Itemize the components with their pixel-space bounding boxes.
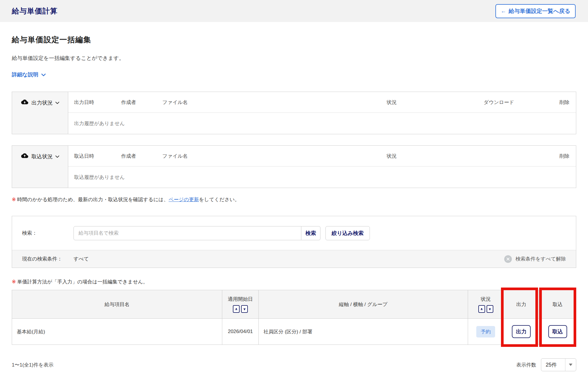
result-count-text: 1〜1(全1)件を表示	[12, 362, 54, 368]
import-status-empty-row: 取込履歴がありません	[68, 167, 576, 188]
top-bar: 給与単価計算 ← 給与単価設定一覧へ戻る	[0, 0, 588, 22]
column-author: 作成者	[121, 153, 162, 159]
current-condition-value: すべて	[74, 256, 89, 262]
dropdown-arrow-icon	[569, 364, 572, 366]
refresh-note: ※ 時間のかかる処理のため、最新の出力・取込状況を確認するには、 ページの更新 …	[12, 196, 576, 203]
select-arrow-zone	[565, 364, 576, 366]
output-empty-message: 出力履歴がありません	[68, 120, 125, 127]
cloud-download-icon	[21, 98, 29, 107]
column-output-datetime: 出力日時	[68, 99, 121, 106]
column-import-datetime: 取込日時	[68, 153, 121, 159]
manual-input-note-text: 単価計算方法が「手入力」の場合は一括編集できません。	[17, 278, 148, 285]
page-description: 給与単価設定を一括編集することができます。	[12, 55, 576, 62]
page-size-select[interactable]: 25件	[541, 358, 576, 371]
salary-items-table-wrap: 給与項目名 適用開始日 ∧ ∨ 縦軸 / 横軸 / グループ 状況 ∧ ∨	[12, 290, 576, 345]
column-file-name: ファイル名	[162, 153, 309, 159]
column-delete: 削除	[524, 99, 576, 106]
asterisk-mark: ※	[12, 196, 16, 203]
status-label: 状況	[481, 296, 491, 303]
app-title: 給与単価計算	[12, 6, 58, 16]
column-status: 状況	[309, 99, 474, 106]
sort-asc-button[interactable]: ∧	[233, 305, 240, 313]
search-label: 検索：	[22, 230, 74, 236]
salary-items-table: 給与項目名 適用開始日 ∧ ∨ 縦軸 / 横軸 / グループ 状況 ∧ ∨	[12, 290, 576, 345]
column-status: 状況 ∧ ∨	[468, 290, 504, 318]
column-start-date: 適用開始日 ∧ ∨	[222, 290, 259, 318]
start-date-sort-group: ∧ ∨	[233, 305, 248, 313]
back-arrow-icon: ←	[501, 8, 506, 14]
output-status-list: 出力日時 作成者 ファイル名 状況 ダウンロード 削除 出力履歴がありません	[68, 92, 576, 134]
page-size-value: 25件	[541, 361, 565, 368]
refresh-note-tail: をしてください。	[199, 196, 240, 203]
export-cell: 出力	[504, 319, 539, 345]
search-row: 検索： 検索 絞り込み検索	[12, 216, 576, 250]
import-status-toggle[interactable]: 取込状況	[12, 146, 68, 188]
status-sort-group: ∧ ∨	[478, 305, 493, 313]
column-axes: 縦軸 / 横軸 / グループ	[259, 290, 468, 318]
start-date-label: 適用開始日	[228, 296, 253, 303]
chevron-down-icon	[55, 153, 59, 159]
import-status-list: 取込日時 作成者 ファイル名 状況 削除 取込履歴がありません	[68, 146, 576, 188]
chevron-down-icon	[55, 100, 59, 106]
asterisk-mark: ※	[12, 279, 16, 285]
page-size-control: 表示件数 25件	[516, 358, 576, 371]
table-footer: 1〜1(全1)件を表示 表示件数 25件	[12, 358, 576, 371]
import-status-header-row: 取込日時 作成者 ファイル名 状況 削除	[68, 146, 576, 167]
detail-description-link[interactable]: 詳細な説明	[12, 71, 46, 78]
detail-link-label: 詳細な説明	[12, 71, 38, 78]
import-cell: 取込	[539, 319, 576, 345]
current-condition-row: 現在の検索条件： すべて 検索条件をすべて解除	[12, 250, 576, 268]
import-status-label: 取込状況	[31, 153, 53, 160]
sort-desc-button[interactable]: ∨	[487, 305, 493, 313]
column-file-name: ファイル名	[162, 99, 309, 106]
status-badge: 予約	[476, 326, 495, 337]
column-delete: 削除	[474, 153, 576, 159]
import-status-table: 取込状況 取込日時 作成者 ファイル名 状況 削除 取込履歴がありません	[12, 145, 576, 188]
chevron-down-icon	[41, 72, 46, 78]
clear-circle-icon	[504, 255, 512, 263]
salary-item-name: 基本給(月給)	[12, 319, 222, 345]
back-button-label: 給与単価設定一覧へ戻る	[509, 7, 570, 15]
page-refresh-link[interactable]: ページの更新	[168, 196, 199, 203]
sort-desc-button[interactable]: ∨	[241, 305, 248, 313]
output-status-table: 出力状況 出力日時 作成者 ファイル名 状況 ダウンロード 削除 出力履歴があり…	[12, 92, 576, 134]
cloud-upload-icon	[21, 152, 29, 161]
output-status-header-row: 出力日時 作成者 ファイル名 状況 ダウンロード 削除	[68, 92, 576, 113]
search-input[interactable]	[74, 226, 301, 240]
start-date-value: 2026/04/01	[222, 319, 259, 345]
output-status-label: 出力状況	[31, 99, 53, 106]
main-content: 給与単価設定一括編集 給与単価設定を一括編集することができます。 詳細な説明 出…	[0, 35, 588, 371]
axes-value: 社員区分 (区分) / 部署	[259, 319, 468, 345]
column-export: 出力	[504, 290, 539, 318]
refresh-note-text: 時間のかかる処理のため、最新の出力・取込状況を確認するには、	[17, 196, 168, 203]
search-panel: 検索： 検索 絞り込み検索 現在の検索条件： すべて 検索条件をすべて解除	[12, 216, 576, 268]
back-button[interactable]: ← 給与単価設定一覧へ戻る	[495, 4, 576, 18]
current-condition-label: 現在の検索条件：	[22, 256, 74, 262]
search-button[interactable]: 検索	[301, 226, 320, 240]
output-status-toggle[interactable]: 出力状況	[12, 92, 68, 134]
output-status-empty-row: 出力履歴がありません	[68, 113, 576, 134]
clear-conditions-label: 検索条件をすべて解除	[515, 256, 566, 262]
manual-input-note: ※ 単価計算方法が「手入力」の場合は一括編集できません。	[12, 278, 576, 285]
import-button[interactable]: 取込	[548, 325, 567, 338]
clear-conditions-button[interactable]: 検索条件をすべて解除	[504, 255, 566, 263]
column-author: 作成者	[121, 99, 162, 106]
status-cell: 予約	[468, 319, 504, 345]
column-import: 取込	[539, 290, 576, 318]
page-title: 給与単価設定一括編集	[12, 35, 576, 45]
filter-search-button[interactable]: 絞り込み検索	[325, 226, 370, 240]
table-row: 基本給(月給) 2026/04/01 社員区分 (区分) / 部署 予約 出力 …	[12, 319, 576, 345]
salary-items-header-row: 給与項目名 適用開始日 ∧ ∨ 縦軸 / 横軸 / グループ 状況 ∧ ∨	[12, 290, 576, 319]
column-salary-item-name: 給与項目名	[12, 290, 222, 318]
column-status: 状況	[309, 153, 474, 159]
page-size-label: 表示件数	[516, 362, 536, 368]
sort-asc-button[interactable]: ∧	[478, 305, 485, 313]
column-download: ダウンロード	[474, 99, 524, 106]
export-button[interactable]: 出力	[512, 325, 531, 338]
import-empty-message: 取込履歴がありません	[68, 174, 125, 181]
